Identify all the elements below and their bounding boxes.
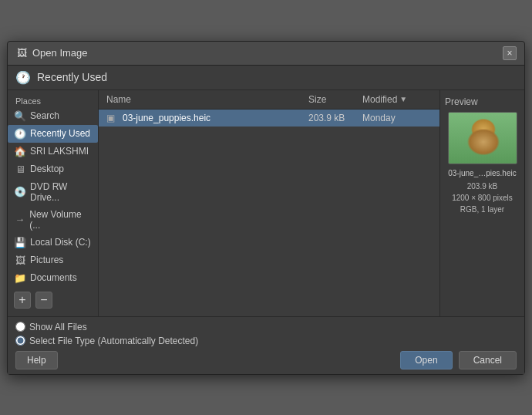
column-modified[interactable]: Modified ▼ (362, 94, 432, 105)
column-size[interactable]: Size (308, 94, 362, 105)
sidebar-item-recently-used-label: Recently Used (30, 128, 90, 139)
sidebar-item-dvd-rw[interactable]: 💿 DVD RW Drive... (8, 178, 98, 206)
remove-bookmark-button[interactable]: − (35, 292, 52, 309)
filter-row: Show All Files (15, 322, 517, 332)
title-bar: 🖼 Open Image × (8, 42, 524, 66)
sidebar-actions: + − (8, 287, 98, 313)
cancel-button[interactable]: Cancel (459, 351, 517, 369)
select-file-type-radio[interactable] (15, 336, 25, 346)
volume-icon: → (14, 214, 25, 225)
sidebar-item-sri-lakshmi-label: SRI LAKSHMI (30, 146, 89, 157)
column-name[interactable]: Name (106, 94, 308, 105)
file-area: Name Size Modified ▼ ▣ 03-june_puppies.h… (99, 90, 439, 316)
show-all-files-radio[interactable] (15, 322, 25, 332)
column-size-label: Size (308, 94, 326, 105)
preview-colormode: RGB, 1 layer (460, 205, 504, 214)
sidebar-item-pictures-label: Pictures (30, 255, 63, 265)
show-all-files-label: Show All Files (29, 322, 87, 332)
sidebar-item-documents-label: Documents (30, 272, 77, 283)
sidebar-item-search[interactable]: 🔍 Search (8, 107, 98, 125)
preview-image (448, 112, 517, 164)
home-icon: 🏠 (14, 146, 26, 157)
desktop-icon: 🖥 (14, 164, 26, 175)
sidebar-item-sri-lakshmi[interactable]: 🏠 SRI LAKSHMI (8, 143, 98, 160)
file-icon: ▣ (106, 113, 119, 123)
file-size: 203.9 kB (308, 113, 362, 123)
file-list-header: Name Size Modified ▼ (99, 90, 439, 110)
open-button[interactable]: Open (400, 351, 452, 369)
preview-label: Preview (445, 96, 478, 107)
sidebar-item-new-volume-label: New Volume (... (29, 209, 92, 231)
dialog-title: Open Image (32, 47, 88, 59)
preview-info: 203.9 kB 1200 × 800 pixels RGB, 1 layer (452, 181, 513, 215)
help-button[interactable]: Help (15, 351, 58, 369)
table-row[interactable]: ▣ 03-june_puppies.heic 203.9 kB Monday (99, 110, 439, 127)
file-list[interactable]: ▣ 03-june_puppies.heic 203.9 kB Monday (99, 110, 439, 316)
show-all-files-option[interactable]: Show All Files (15, 322, 87, 332)
sidebar-item-desktop-label: Desktop (30, 164, 64, 174)
documents-icon: 📁 (14, 272, 26, 284)
main-area: Places 🔍 Search 🕐 Recently Used 🏠 SRI LA… (8, 90, 524, 316)
sidebar-item-new-volume[interactable]: → New Volume (... (8, 206, 98, 234)
dvd-icon: 💿 (14, 186, 26, 197)
file-modified: Monday (362, 113, 432, 123)
sidebar-item-dvd-label: DVD RW Drive... (30, 181, 92, 203)
sort-icon: ▼ (399, 95, 407, 103)
close-button[interactable]: × (503, 46, 517, 60)
preview-dimensions: 1200 × 800 pixels (452, 194, 513, 202)
location-icon: 🕐 (15, 70, 31, 85)
sidebar: Places 🔍 Search 🕐 Recently Used 🏠 SRI LA… (8, 90, 99, 316)
button-row: Help Open Cancel (15, 351, 517, 369)
bottom-area: Show All Files Select File Type (Automat… (8, 316, 524, 374)
select-file-type-option[interactable]: Select File Type (Automatically Detected… (15, 336, 198, 346)
sidebar-places-label: Places (8, 93, 98, 107)
preview-panel: Preview 03-june_…pies.heic 203.9 kB 1200… (439, 90, 524, 316)
preview-size: 203.9 kB (467, 182, 497, 191)
pictures-icon: 🖼 (14, 255, 26, 266)
file-type-row: Select File Type (Automatically Detected… (15, 336, 517, 346)
select-file-type-label: Select File Type (Automatically Detected… (29, 336, 198, 346)
location-bar: 🕐 Recently Used (8, 66, 524, 90)
location-label: Recently Used (37, 71, 107, 83)
preview-thumbnail (449, 113, 517, 164)
search-icon: 🔍 (14, 110, 26, 122)
sidebar-item-documents[interactable]: 📁 Documents (8, 269, 98, 287)
preview-filename: 03-june_…pies.heic (448, 169, 516, 177)
sidebar-item-recently-used[interactable]: 🕐 Recently Used (8, 125, 98, 143)
sidebar-item-pictures[interactable]: 🖼 Pictures (8, 251, 98, 269)
column-modified-label: Modified (362, 94, 397, 105)
recently-used-icon: 🕐 (14, 128, 26, 140)
sidebar-item-local-disk-label: Local Disk (C:) (30, 237, 91, 248)
sidebar-item-desktop[interactable]: 🖥 Desktop (8, 160, 98, 178)
dialog-icon: 🖼 (15, 47, 28, 59)
open-image-dialog: 🖼 Open Image × 🕐 Recently Used Places 🔍 … (7, 41, 525, 375)
disk-icon: 💾 (14, 237, 26, 248)
sidebar-item-local-disk[interactable]: 💾 Local Disk (C:) (8, 234, 98, 251)
sidebar-item-search-label: Search (30, 110, 59, 121)
column-name-label: Name (106, 94, 131, 105)
right-buttons: Open Cancel (400, 351, 517, 369)
title-bar-left: 🖼 Open Image (15, 47, 88, 59)
file-name: 03-june_puppies.heic (123, 113, 308, 123)
add-bookmark-button[interactable]: + (14, 292, 31, 309)
